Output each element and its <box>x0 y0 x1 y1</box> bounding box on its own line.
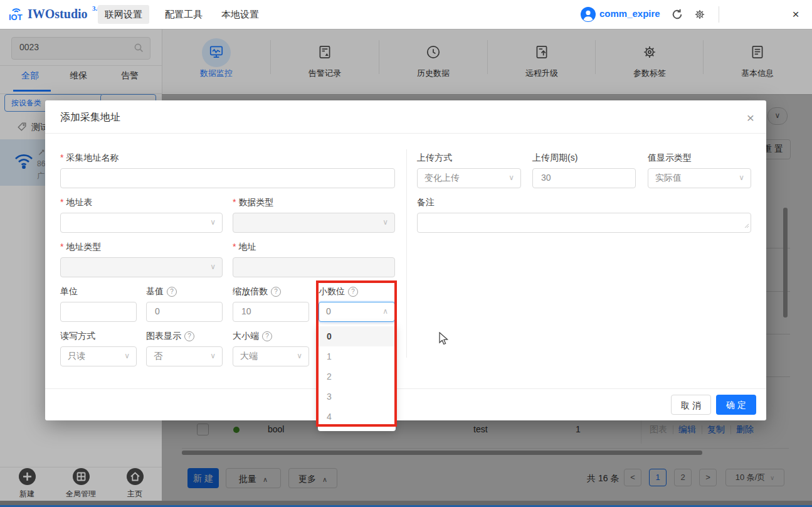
base-value-input[interactable] <box>146 302 223 322</box>
iot-logo-icon: IOT <box>8 6 25 26</box>
required-asterisk: * <box>233 197 236 207</box>
text-input[interactable] <box>68 172 337 183</box>
text-input[interactable] <box>154 306 216 317</box>
settings-gear-icon[interactable] <box>693 8 706 23</box>
select-value: 大端 <box>240 351 258 362</box>
field-label: 备注 <box>417 197 435 207</box>
field-read-write-mode: 读写方式 只读 ∨ <box>60 331 137 366</box>
resize-handle-icon[interactable] <box>744 220 749 231</box>
field-label: 读写方式 <box>60 331 95 341</box>
field-label: 图表显示 <box>146 331 181 341</box>
address-table-select[interactable]: ∨ <box>60 213 223 233</box>
field-remark: 备注 <box>417 197 751 233</box>
field-scale-factor: 缩放倍数? <box>233 286 309 322</box>
required-asterisk: * <box>60 197 63 207</box>
app-window: IOT IWOstudio 3.0 联网设置 配置工具 本地设置 comm_ex… <box>0 0 812 507</box>
address-type-select[interactable]: ∨ <box>60 257 223 277</box>
confirm-button[interactable]: 确 定 <box>716 395 756 415</box>
value-display-type-select[interactable]: 实际值 ∨ <box>648 168 751 188</box>
help-icon[interactable]: ? <box>167 287 177 297</box>
unit-input[interactable] <box>60 302 137 322</box>
refresh-icon[interactable] <box>671 8 683 23</box>
field-endianness: 大小端? 大端 ∨ <box>233 331 309 366</box>
chevron-down-icon: ∨ <box>297 351 302 360</box>
dialog-title: 添加采集地址 <box>60 111 120 124</box>
required-asterisk: * <box>60 152 63 163</box>
chevron-down-icon: ∨ <box>124 351 130 360</box>
select-value: 只读 <box>68 351 85 362</box>
menu-item-config-tools[interactable]: 配置工具 <box>158 5 209 24</box>
scale-factor-input[interactable] <box>233 302 309 322</box>
titlebar: IOT IWOstudio 3.0 联网设置 配置工具 本地设置 comm_ex… <box>0 0 812 29</box>
upload-mode-select[interactable]: 变化上传 ∨ <box>417 168 521 188</box>
text-input[interactable] <box>540 172 624 183</box>
help-icon[interactable]: ? <box>184 331 194 341</box>
user-avatar-icon <box>581 7 596 24</box>
window-minimize-button[interactable] <box>726 6 742 23</box>
field-address-type: *地址类型 ∨ <box>60 242 223 277</box>
field-upload-mode: 上传方式 变化上传 ∨ <box>417 152 521 188</box>
field-collect-address-name: *采集地址名称 <box>60 152 395 188</box>
titlebar-divider <box>719 6 719 23</box>
field-upload-period: 上传周期(s) <box>532 152 636 188</box>
endianness-select[interactable]: 大端 ∨ <box>233 346 309 366</box>
field-label: 大小端 <box>233 331 259 341</box>
upload-period-input[interactable] <box>532 168 636 188</box>
help-icon[interactable]: ? <box>271 287 281 297</box>
divider <box>45 388 766 389</box>
text-input[interactable] <box>240 306 303 317</box>
menu-item-local-settings[interactable]: 本地设置 <box>214 5 266 24</box>
read-write-select[interactable]: 只读 ∨ <box>60 346 137 366</box>
field-label: 采集地址名称 <box>66 152 119 163</box>
mouse-cursor <box>439 332 451 348</box>
field-data-type: *数据类型 ∨ <box>233 197 395 233</box>
field-label: 上传方式 <box>417 152 452 163</box>
column-divider <box>406 149 407 358</box>
field-address: *地址 <box>233 242 395 277</box>
divider <box>45 133 766 134</box>
field-label: 单位 <box>60 286 78 296</box>
window-close-button[interactable]: × <box>788 6 804 23</box>
required-asterisk: * <box>60 242 63 252</box>
red-highlight-box <box>316 280 397 427</box>
username[interactable]: comm_expire <box>599 8 660 19</box>
window-maximize-button[interactable] <box>757 6 774 23</box>
field-label: 缩放倍数 <box>233 286 268 296</box>
field-value-display-type: 值显示类型 实际值 ∨ <box>648 152 751 188</box>
select-value: 否 <box>154 351 162 362</box>
field-unit: 单位 <box>60 286 137 322</box>
cancel-button[interactable]: 取 消 <box>671 395 711 415</box>
field-label: 上传周期(s) <box>532 152 577 163</box>
chevron-down-icon: ∨ <box>509 173 514 182</box>
field-base-value: 基值? <box>146 286 223 322</box>
field-label: 基值 <box>146 286 164 296</box>
text-input[interactable] <box>68 306 130 317</box>
chevron-down-icon: ∨ <box>382 218 388 227</box>
chevron-down-icon: ∨ <box>210 262 216 271</box>
product-name: IWOstudio <box>28 7 88 21</box>
field-label: 数据类型 <box>238 197 273 207</box>
required-asterisk: * <box>233 242 236 252</box>
select-value: 实际值 <box>655 173 682 184</box>
select-value: 变化上传 <box>424 173 460 184</box>
menu-item-network-settings[interactable]: 联网设置 <box>98 5 149 24</box>
chevron-down-icon: ∨ <box>739 173 744 182</box>
field-address-table: *地址表 ∨ <box>60 197 223 233</box>
add-collect-address-dialog: 添加采集地址 × *采集地址名称 *地址表 ∨ *数据类型 ∨ *地址类型 ∨ … <box>45 100 766 420</box>
dialog-close-icon[interactable]: × <box>741 109 760 127</box>
remark-textarea[interactable] <box>417 213 751 233</box>
field-label: 地址表 <box>66 197 92 207</box>
help-icon[interactable]: ? <box>262 331 272 341</box>
field-label: 地址 <box>238 242 256 252</box>
svg-text:IOT: IOT <box>9 13 23 22</box>
collect-address-name-input[interactable] <box>60 168 395 188</box>
chevron-down-icon: ∨ <box>210 218 216 227</box>
address-input[interactable] <box>233 257 395 277</box>
data-type-select[interactable]: ∨ <box>233 213 395 233</box>
field-label: 地址类型 <box>66 242 101 252</box>
chevron-down-icon: ∨ <box>210 351 216 360</box>
field-label: 值显示类型 <box>648 152 692 163</box>
field-chart-display: 图表显示? 否 ∨ <box>146 331 223 366</box>
chart-display-select[interactable]: 否 ∨ <box>146 346 223 366</box>
